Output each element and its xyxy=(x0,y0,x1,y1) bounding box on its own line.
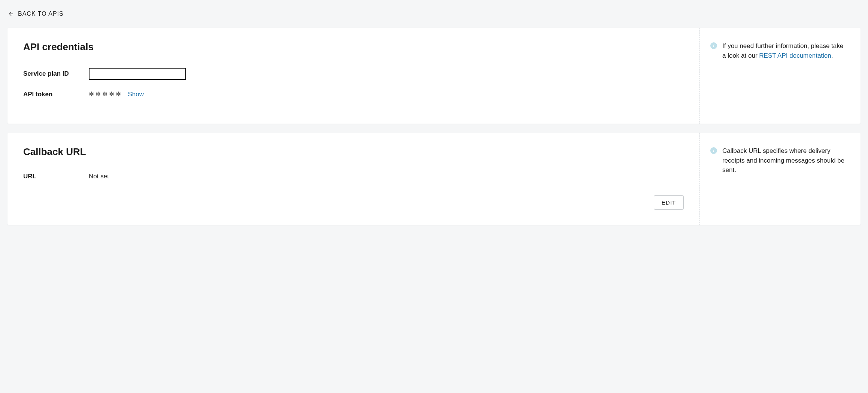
back-to-apis-link[interactable]: BACK TO APIS xyxy=(7,7,64,20)
callback-info-text: Callback URL specifies where delivery re… xyxy=(722,146,845,175)
api-token-row: API token ✻✻✻✻✻ Show xyxy=(23,90,684,98)
back-link-label: BACK TO APIS xyxy=(18,10,64,17)
api-token-masked: ✻✻✻✻✻ xyxy=(89,91,122,98)
service-plan-row: Service plan ID xyxy=(23,68,684,80)
api-credentials-info-text: If you need further information, please … xyxy=(722,41,845,60)
info-text-suffix: . xyxy=(831,52,833,59)
callback-url-label: URL xyxy=(23,173,89,180)
show-token-link[interactable]: Show xyxy=(128,91,144,98)
info-icon: i xyxy=(710,42,717,49)
api-token-value: ✻✻✻✻✻ Show xyxy=(89,90,144,98)
rest-api-docs-link[interactable]: REST API documentation xyxy=(759,52,831,59)
callback-url-card: Callback URL URL Not set EDIT i Callback… xyxy=(7,133,861,225)
info-icon: i xyxy=(710,147,717,154)
service-plan-id-input[interactable] xyxy=(89,68,186,80)
edit-button[interactable]: EDIT xyxy=(654,195,684,210)
arrow-left-icon xyxy=(7,11,13,17)
api-credentials-main: API credentials Service plan ID API toke… xyxy=(7,28,699,124)
callback-url-title: Callback URL xyxy=(23,146,684,158)
api-credentials-card: API credentials Service plan ID API toke… xyxy=(7,28,861,124)
api-credentials-info: i If you need further information, pleas… xyxy=(699,28,861,124)
callback-url-info: i Callback URL specifies where delivery … xyxy=(699,133,861,225)
service-plan-label: Service plan ID xyxy=(23,70,89,78)
callback-url-value: Not set xyxy=(89,173,109,180)
callback-url-main: Callback URL URL Not set EDIT xyxy=(7,133,699,225)
callback-url-row: URL Not set xyxy=(23,173,684,180)
callback-actions: EDIT xyxy=(23,195,684,210)
api-credentials-title: API credentials xyxy=(23,41,684,53)
api-token-label: API token xyxy=(23,91,89,98)
